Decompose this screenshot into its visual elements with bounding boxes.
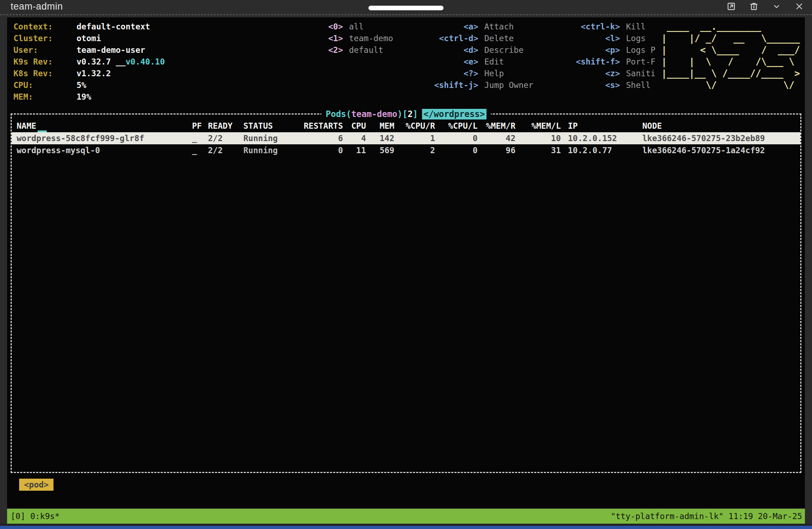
pod-ready: 2/2 <box>207 144 242 156</box>
hotkeys-column-2: <ctrl-k>Kill <l>Logs <p>Logs P <shift-f>… <box>534 21 659 103</box>
hotkey-sanitize: <z>Saniti <box>534 68 659 79</box>
pod-ip: 10.2.0.152 <box>561 132 635 144</box>
namespace-key: <1> <box>215 33 343 44</box>
k9s-rev-label: K9s Rev: <box>13 56 77 68</box>
drag-handle[interactable] <box>368 6 444 10</box>
hotkey-action: Jump Owner <box>484 80 533 90</box>
hotkey-key: <d> <box>395 44 478 56</box>
resource-name: Pods <box>326 109 346 119</box>
pod-restarts: 0 <box>297 144 343 156</box>
pod-restarts: 6 <box>297 132 343 144</box>
column-header-cpu-r[interactable]: %CPU/R <box>394 119 435 132</box>
pod-ready: 2/2 <box>207 132 242 144</box>
cluster-info-panel: Context:default-context Cluster:otomi Us… <box>13 21 215 103</box>
window-controls <box>726 1 804 11</box>
pod-mem-l: 10 <box>515 132 561 144</box>
namespace-shortcut-default: <2>default <box>215 44 395 56</box>
k9s-rev-latest: v0.40.10 <box>125 57 165 66</box>
hotkey-action: Port-F <box>626 57 655 66</box>
k8s-rev-value: v1.32.2 <box>77 69 111 78</box>
tmux-host-and-clock: "tty-platform-admin-lk" 11:19 20-Mar-25 <box>611 512 802 521</box>
breadcrumb: <pod> <box>7 473 805 491</box>
pod-cpu-l: 0 <box>435 144 478 156</box>
context-label: Context: <box>13 21 77 33</box>
trash-icon[interactable] <box>749 1 759 11</box>
hotkey-action: Logs <box>626 34 645 43</box>
terminal-frame: Context:default-context Cluster:otomi Us… <box>0 17 812 526</box>
active-namespace: team-demo <box>351 109 397 119</box>
pod-cpu-r: 2 <box>394 144 435 156</box>
column-header-mem[interactable]: MEM <box>366 119 394 132</box>
mem-value: 19% <box>77 92 91 101</box>
pod-mem-l: 31 <box>515 144 561 156</box>
close-icon[interactable] <box>794 1 804 11</box>
pod-cpu-l: 0 <box>435 132 478 144</box>
hotkey-key: <ctrl-k> <box>534 21 620 33</box>
table-row-selected[interactable]: wordpress-58c8fcf999-glr8f _ 2/2 Running… <box>12 132 800 144</box>
hotkey-key: <l> <box>534 33 620 44</box>
pods-table-title: Pods(team-demo)[2]</wordpress> <box>321 107 491 121</box>
k9s-ascii-logo: ____ __.________ | |/ _/ __ \______ | < … <box>661 21 801 103</box>
pod-status: Running <box>242 132 297 144</box>
tmux-status-bar: [0] 0:k9s* "tty-platform-admin-lk" 11:19… <box>7 509 805 524</box>
user-value: team-demo-user <box>77 45 145 55</box>
titlebar-separator <box>0 13 812 17</box>
window-title: team-admin <box>0 1 63 12</box>
pod-name: wordpress-58c8fcf999-glr8f <box>12 132 191 144</box>
hotkey-action: Delete <box>484 34 514 43</box>
window-titlebar: team-admin <box>0 0 812 13</box>
k8s-rev-label: K8s Rev: <box>13 68 77 79</box>
column-header-restarts[interactable]: RESTARTS <box>297 119 343 132</box>
hotkey-action: Shell <box>626 80 650 90</box>
filter-chip: </wordpress> <box>422 109 486 119</box>
hotkey-port-forward: <shift-f>Port-F <box>534 56 659 68</box>
hotkey-kill: <ctrl-k>Kill <box>534 21 659 33</box>
pod-node: lke366246-570275-1a24cf92 <box>635 144 800 156</box>
cluster-value: otomi <box>77 34 101 43</box>
breadcrumb-pod-chip: <pod> <box>19 479 53 491</box>
namespace-name: all <box>349 22 364 31</box>
pod-name: wordpress-mysql-0 <box>12 144 191 156</box>
hotkey-key: <ctrl-d> <box>395 33 478 44</box>
k9s-rev-value: v0.32.7 __ <box>77 57 125 66</box>
table-row[interactable]: wordpress-mysql-0 _ 2/2 Running 0 11 569… <box>12 144 800 156</box>
column-header-cpu[interactable]: CPU <box>343 119 366 132</box>
column-header-node[interactable]: NODE <box>635 119 800 132</box>
column-header-pf[interactable]: PF <box>191 119 207 132</box>
hotkey-action: Edit <box>484 57 504 66</box>
hotkey-delete: <ctrl-d>Delete <box>395 33 534 44</box>
context-value: default-context <box>77 22 150 31</box>
column-header-mem-r[interactable]: %MEM/R <box>478 119 515 132</box>
column-header-name[interactable]: NAME <box>17 121 36 130</box>
open-in-new-icon[interactable] <box>726 1 736 11</box>
hotkey-logs: <l>Logs <box>534 33 659 44</box>
namespace-shortcut-all: <0>all <box>215 21 395 33</box>
pod-count: 2 <box>407 109 412 119</box>
cpu-value: 5% <box>77 80 86 90</box>
column-header-cpu-l[interactable]: %CPU/L <box>435 119 478 132</box>
tmux-session-window: [0] 0:k9s* <box>11 512 60 521</box>
pods-table-panel: Pods(team-demo)[2]</wordpress> NAME PF R… <box>11 113 801 473</box>
k9s-terminal[interactable]: Context:default-context Cluster:otomi Us… <box>7 17 805 508</box>
hotkeys-column-1: <a>Attach <ctrl-d>Delete <d>Describe <e>… <box>395 21 534 103</box>
hotkey-key: <shift-f> <box>534 56 620 68</box>
terminal-window: team-admin Context:default-context <box>0 0 812 529</box>
pod-ip: 10.2.0.77 <box>561 144 635 156</box>
hotkey-action: Logs P <box>626 45 655 55</box>
column-header-mem-l[interactable]: %MEM/L <box>515 119 561 132</box>
column-header-status[interactable]: STATUS <box>242 119 297 132</box>
pod-status: Running <box>242 144 297 156</box>
namespace-shortcut-team-demo: <1>team-demo <box>215 33 395 44</box>
hotkey-key: <p> <box>534 44 620 56</box>
pod-pf: _ <box>191 132 207 144</box>
column-header-ip[interactable]: IP <box>561 119 635 132</box>
pod-mem-r: 42 <box>478 132 515 144</box>
namespace-name: default <box>349 45 383 55</box>
chevron-down-icon[interactable] <box>772 1 782 11</box>
namespace-name: team-demo <box>349 34 393 43</box>
pod-mem: 142 <box>366 132 394 144</box>
mem-label: MEM: <box>13 91 77 103</box>
cpu-label: CPU: <box>13 79 77 91</box>
column-header-ready[interactable]: READY <box>207 119 242 132</box>
hotkey-action: Saniti <box>626 69 655 78</box>
